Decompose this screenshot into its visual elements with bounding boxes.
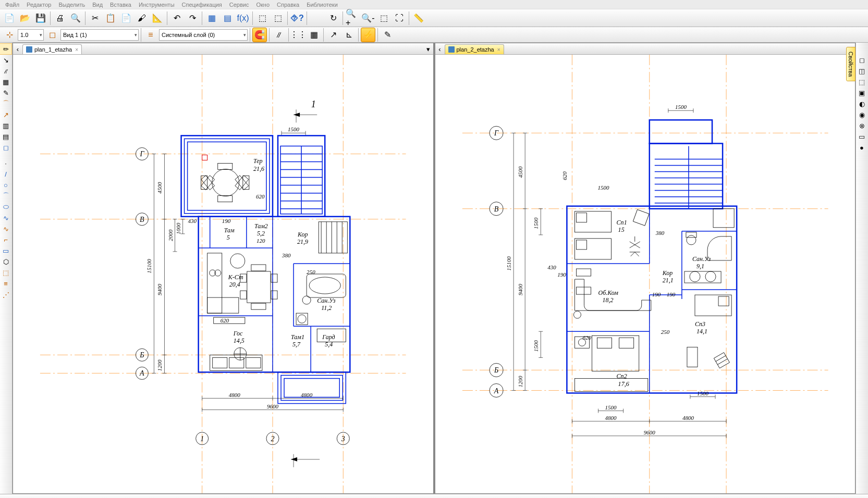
menu-help[interactable]: Справка [274, 1, 302, 8]
contour-icon[interactable]: ⬚ [0, 267, 11, 278]
save-button[interactable]: 💾 [33, 11, 48, 26]
revolve-icon[interactable]: ⊗ [856, 120, 867, 131]
ellipse-tool-icon[interactable]: ⬭ [0, 202, 11, 212]
arc-icon[interactable]: ⌒ [0, 191, 11, 201]
bom-icon[interactable]: ▤ [0, 131, 11, 142]
zoom-in-button[interactable]: 🔍+ [345, 11, 360, 26]
tab-prev-icon[interactable]: ‹ [436, 44, 444, 54]
section-icon[interactable]: ◐ [856, 98, 867, 109]
circle-tool-icon[interactable]: ○ [0, 180, 11, 190]
menu-file[interactable]: Файл [2, 1, 22, 8]
close-icon[interactable]: × [497, 47, 500, 53]
tool-b-button[interactable]: ⬚ [271, 11, 285, 26]
variables-button[interactable]: f(x) [236, 11, 250, 26]
svg-text:190: 190 [557, 271, 566, 278]
tab-list-icon[interactable]: ▾ [425, 44, 432, 54]
ortho-button[interactable]: ↗ [326, 28, 340, 42]
canvas-plan1[interactable]: Г В Б А 1 2 3 1 [13, 55, 433, 493]
hatch2-icon[interactable]: ⋰ [0, 289, 11, 300]
preview-button[interactable]: 🔍 [68, 11, 83, 26]
edit-button[interactable]: ✎ [380, 28, 395, 42]
tool-a-button[interactable]: ⬚ [255, 11, 270, 26]
svg-text:9600: 9600 [643, 429, 655, 435]
snap-button[interactable]: 🧲 [252, 28, 267, 42]
point-icon[interactable]: ↘ [0, 55, 11, 65]
grid-button[interactable]: ⋮⋮ [291, 28, 305, 42]
table-icon[interactable]: ▥ [0, 120, 11, 131]
extrude-icon[interactable]: ▣ [856, 88, 867, 98]
view-dropdown[interactable]: Вид 1 (1) [60, 29, 139, 41]
menu-libs[interactable]: Библиотеки [303, 1, 341, 8]
manager-button[interactable]: ▦ [204, 11, 219, 26]
menu-tools[interactable]: Инструменты [136, 1, 178, 8]
layer-icon[interactable]: ≡ [143, 28, 158, 42]
menu-editor[interactable]: Редактор [23, 1, 54, 8]
rect-tool-icon[interactable]: ▭ [0, 245, 11, 256]
scale-button[interactable]: 📏 [411, 11, 426, 26]
copy-button[interactable]: 📋 [103, 11, 118, 26]
cut-button[interactable]: ✂ [88, 11, 102, 26]
canvas-plan2[interactable]: Г В Б А [435, 55, 855, 493]
perp-button[interactable]: ⊾ [341, 28, 356, 42]
param-button[interactable]: ⚡ [361, 28, 375, 42]
menu-insert[interactable]: Вставка [107, 1, 135, 8]
tab-plan2[interactable]: plan_2_etazha × [445, 44, 504, 54]
format-button[interactable]: 🖌 [135, 11, 149, 26]
arc-tool-icon[interactable]: ⌒ [0, 98, 11, 109]
tab-prev-icon[interactable]: ‹ [14, 44, 21, 54]
tab-plan1[interactable]: plan_1_etazha × [22, 44, 82, 54]
status-icon[interactable]: ⬚ [4, 496, 15, 499]
scale-dropdown[interactable]: 1.0 [18, 29, 44, 41]
3d-icon[interactable]: ◫ [856, 66, 867, 76]
body-icon[interactable]: ◉ [856, 109, 867, 120]
separator [85, 11, 85, 25]
line-tool-icon[interactable]: / [0, 169, 11, 179]
menu-service[interactable]: Сервис [226, 1, 252, 8]
properties-button[interactable]: 📐 [150, 11, 165, 26]
sheet-icon[interactable]: ▭ [856, 131, 867, 142]
print-button[interactable]: 🖨 [53, 11, 67, 26]
menu-spec[interactable]: Спецификация [179, 1, 225, 8]
open-button[interactable]: 📂 [18, 11, 32, 26]
zoom-out-button[interactable]: 🔍- [361, 11, 375, 26]
library-button[interactable]: ▤ [220, 11, 235, 26]
grid2-button[interactable]: ▦ [307, 28, 321, 42]
menu-bar[interactable]: Файл Редактор Выделить Вид Вставка Инстр… [0, 0, 868, 9]
surface-icon[interactable]: ⬚ [856, 77, 867, 87]
svg-text:1000: 1000 [175, 222, 181, 234]
sphere-icon[interactable]: ● [856, 142, 867, 153]
svg-rect-145 [649, 120, 712, 143]
text-icon[interactable]: ✎ [0, 88, 11, 98]
sheet-icon[interactable]: ◻ [0, 142, 11, 153]
dims-icon[interactable]: ⫽ [0, 66, 11, 76]
offset-icon[interactable]: ≡ [0, 278, 11, 289]
help-button[interactable]: ⯑? [290, 11, 304, 26]
close-icon[interactable]: × [75, 47, 78, 53]
point-tool-icon[interactable]: · [0, 158, 11, 168]
svg-text:1500: 1500 [288, 126, 300, 132]
bezier-icon[interactable]: ∿ [0, 223, 11, 234]
properties-panel-tab[interactable]: Свойства [846, 47, 855, 81]
menu-window[interactable]: Окно [253, 1, 273, 8]
spline-tool-icon[interactable]: ∿ [0, 213, 11, 223]
view-icon[interactable]: ◻ [45, 28, 59, 42]
zoom-fit-button[interactable]: ⛶ [392, 11, 407, 26]
leader-icon[interactable]: ↗ [0, 109, 11, 120]
menu-view[interactable]: Вид [89, 1, 106, 8]
fillet-tool-icon[interactable]: ⌐ [0, 234, 11, 245]
geometry-icon[interactable]: ✏ [0, 44, 11, 54]
polygon-tool-icon[interactable]: ⬡ [0, 256, 11, 267]
redo-button[interactable]: ↷ [185, 11, 200, 26]
menu-select[interactable]: Выделить [55, 1, 88, 8]
hatch-icon[interactable]: ▦ [0, 77, 11, 87]
dim-button[interactable]: ⫽ [272, 28, 286, 42]
refresh-button[interactable]: ↻ [326, 11, 340, 26]
new-button[interactable]: 📄 [2, 11, 17, 26]
layer-dropdown[interactable]: Системный слой (0) [159, 29, 248, 41]
paste-button[interactable]: 📄 [119, 11, 133, 26]
undo-button[interactable]: ↶ [169, 11, 184, 26]
origin-button[interactable]: ⊹ [2, 28, 17, 42]
zoom-window-button[interactable]: ⬚ [376, 11, 391, 26]
svg-rect-181 [576, 269, 591, 276]
cube-icon[interactable]: ◻ [856, 55, 867, 65]
